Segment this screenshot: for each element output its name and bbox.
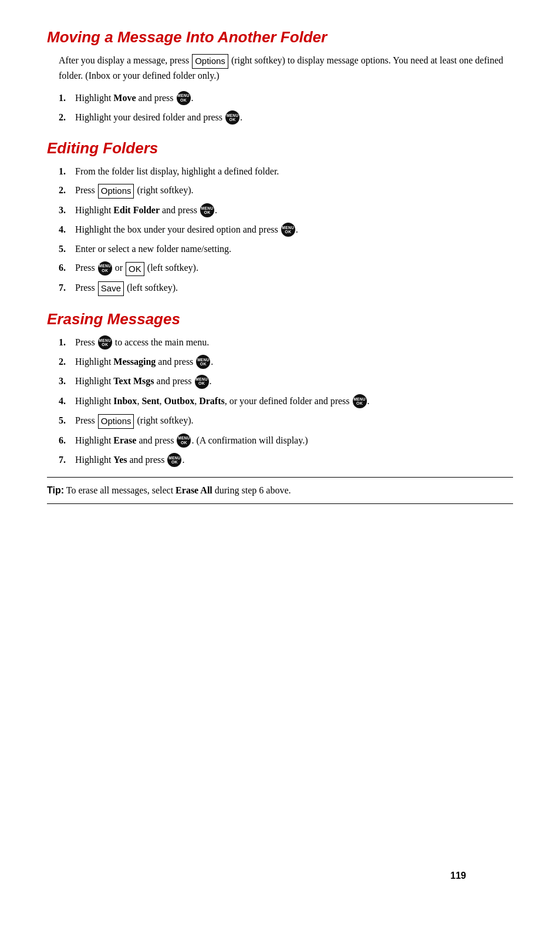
- bold-yes: Yes: [113, 455, 127, 465]
- step-number: 6.: [59, 261, 75, 275]
- bold-outbox: Outbox: [164, 396, 195, 406]
- step-content: Highlight Text Msgs and press MENUOK.: [75, 374, 513, 389]
- step-number: 6.: [59, 434, 75, 448]
- section1-steps: 1. Highlight Move and press MENUOK. 2. H…: [59, 91, 513, 126]
- section1-title: Moving a Message Into Another Folder: [47, 28, 513, 46]
- section3-steps: 1. Press MENUOK to access the main menu.…: [59, 335, 513, 468]
- bold-erase: Erase: [113, 435, 136, 445]
- options-button-inline: Options: [192, 54, 228, 69]
- step-number: 7.: [59, 281, 75, 295]
- step-item: 6. Highlight Erase and press MENUOK. (A …: [59, 434, 513, 448]
- section1-intro: After you display a message, press Optio…: [59, 53, 513, 83]
- menu-ok-icon: MENUOK: [281, 223, 295, 237]
- step-item: 1. Highlight Move and press MENUOK.: [59, 91, 513, 106]
- step-number: 7.: [59, 453, 75, 467]
- step-item: 3. Highlight Text Msgs and press MENUOK.: [59, 374, 513, 389]
- menu-ok-icon: MENUOK: [200, 203, 214, 217]
- bold-move: Move: [113, 93, 136, 103]
- step-content: Highlight Messaging and press MENUOK.: [75, 355, 513, 369]
- step-number: 4.: [59, 223, 75, 237]
- options-button-inline: Options: [98, 184, 134, 199]
- step-content: Highlight Edit Folder and press MENUOK.: [75, 203, 513, 218]
- step-number: 4.: [59, 394, 75, 408]
- step-number: 1.: [59, 91, 75, 105]
- step-content: From the folder list display, highlight …: [75, 164, 513, 179]
- step-content: Highlight Yes and press MENUOK.: [75, 453, 513, 468]
- save-button-inline: Save: [98, 281, 124, 296]
- step-content: Highlight Erase and press MENUOK. (A con…: [75, 434, 513, 448]
- menu-ok-icon: MENUOK: [167, 453, 181, 467]
- bold-drafts: Drafts: [199, 396, 225, 406]
- step-item: 7. Highlight Yes and press MENUOK.: [59, 453, 513, 468]
- step-content: Enter or select a new folder name/settin…: [75, 242, 513, 256]
- menu-ok-icon: MENUOK: [195, 375, 209, 389]
- menu-ok-icon: MENUOK: [98, 335, 112, 350]
- bold-textmsgs: Text Msgs: [113, 376, 154, 386]
- menu-ok-icon: MENUOK: [177, 434, 191, 448]
- menu-ok-icon: MENUOK: [196, 355, 210, 369]
- step-number: 3.: [59, 203, 75, 217]
- step-content: Press MENUOK or OK (left softkey).: [75, 261, 513, 276]
- step-content: Highlight the box under your desired opt…: [75, 223, 513, 237]
- step-content: Highlight Move and press MENUOK.: [75, 91, 513, 106]
- step-number: 1.: [59, 335, 75, 350]
- tip-label: Tip:: [47, 485, 64, 495]
- tip-box: Tip: To erase all messages, select Erase…: [47, 477, 513, 504]
- step-number: 2.: [59, 183, 75, 197]
- menu-ok-icon: MENUOK: [353, 394, 367, 408]
- step-item: 2. Press Options (right softkey).: [59, 183, 513, 199]
- bold-inbox: Inbox: [113, 396, 137, 406]
- step-item: 2. Highlight your desired folder and pre…: [59, 110, 513, 125]
- step-item: 4. Highlight the box under your desired …: [59, 223, 513, 237]
- section2-title: Editing Folders: [47, 139, 513, 157]
- bold-eraseall: Erase All: [176, 485, 212, 495]
- step-content: Highlight your desired folder and press …: [75, 110, 513, 125]
- menu-ok-icon: MENUOK: [225, 110, 239, 125]
- tip-text: To erase all messages, select Erase All …: [66, 485, 291, 495]
- step-content: Highlight Inbox, Sent, Outbox, Drafts, o…: [75, 394, 513, 409]
- options-button-inline: Options: [98, 414, 134, 429]
- bold-messaging: Messaging: [113, 357, 156, 367]
- bold-editfolder: Edit Folder: [113, 205, 160, 215]
- step-item: 3. Highlight Edit Folder and press MENUO…: [59, 203, 513, 218]
- step-item: 5. Press Options (right softkey).: [59, 414, 513, 429]
- ok-button-inline: OK: [126, 262, 144, 277]
- step-number: 2.: [59, 110, 75, 125]
- section2-steps: 1. From the folder list display, highlig…: [59, 164, 513, 295]
- bold-sent: Sent: [141, 396, 159, 406]
- section3-title: Erasing Messages: [47, 310, 513, 328]
- step-content: Press Save (left softkey).: [75, 281, 513, 296]
- step-item: 7. Press Save (left softkey).: [59, 281, 513, 296]
- menu-ok-icon: MENUOK: [177, 91, 191, 105]
- step-number: 5.: [59, 242, 75, 256]
- step-content: Press Options (right softkey).: [75, 414, 513, 429]
- step-content: Press MENUOK to access the main menu.: [75, 335, 513, 350]
- step-number: 2.: [59, 355, 75, 369]
- step-item: 2. Highlight Messaging and press MENUOK.: [59, 355, 513, 369]
- page-number: 119: [450, 871, 466, 881]
- step-item: 5. Enter or select a new folder name/set…: [59, 242, 513, 256]
- menu-ok-icon: MENUOK: [98, 261, 112, 276]
- step-item: 1. From the folder list display, highlig…: [59, 164, 513, 179]
- step-content: Press Options (right softkey).: [75, 183, 513, 199]
- step-item: 6. Press MENUOK or OK (left softkey).: [59, 261, 513, 276]
- step-number: 1.: [59, 164, 75, 179]
- step-number: 5.: [59, 414, 75, 428]
- step-number: 3.: [59, 374, 75, 388]
- step-item: 4. Highlight Inbox, Sent, Outbox, Drafts…: [59, 394, 513, 409]
- step-item: 1. Press MENUOK to access the main menu.: [59, 335, 513, 350]
